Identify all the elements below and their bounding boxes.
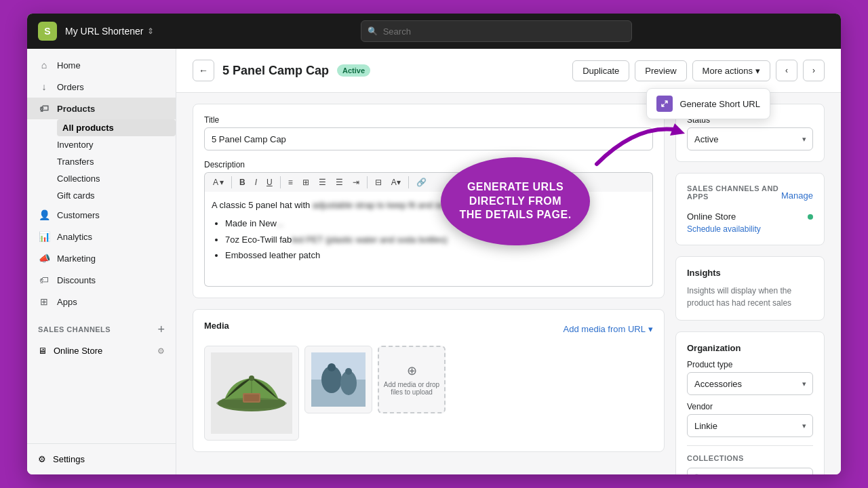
title-card: Title Description A ▾ B I U — [193, 104, 665, 298]
sidebar-item-home[interactable]: ⌂ Home — [27, 54, 176, 76]
manage-link[interactable]: Manage — [781, 190, 813, 201]
sidebar-sub-inventory[interactable]: Inventory — [57, 136, 176, 153]
link-tool-button[interactable]: 🔗 — [412, 176, 431, 189]
align-left-button[interactable]: ⊞ — [298, 176, 313, 189]
more-actions-dropdown: Generate Short URL — [646, 88, 770, 119]
media-header: Media Add media from URL ▾ — [204, 321, 653, 338]
align-center-button[interactable]: ☰ — [315, 176, 330, 189]
back-button[interactable]: ← — [193, 60, 214, 81]
media-item-thumb1[interactable] — [304, 346, 372, 413]
nav-prev-button[interactable]: ‹ — [776, 60, 797, 81]
home-icon: ⌂ — [38, 59, 50, 71]
sidebar-item-online-store[interactable]: 🖥 Online Store ⚙ — [27, 341, 176, 361]
svg-rect-5 — [244, 394, 259, 401]
product-header: ← 5 Panel Camp Cap Active Duplicate Prev… — [176, 49, 841, 93]
sidebar-item-analytics[interactable]: 📊 Analytics — [27, 226, 176, 247]
add-media-chevron-icon: ▾ — [648, 324, 653, 334]
svg-point-12 — [345, 368, 352, 375]
toolbar-sep-3 — [367, 176, 368, 188]
preview-button[interactable]: Preview — [635, 60, 686, 81]
sidebar-main-nav: ⌂ Home ↓ Orders 🏷 Products All products … — [27, 49, 176, 318]
sidebar-item-discounts[interactable]: 🏷 Discounts — [27, 269, 176, 291]
side-column: Status Active ▾ SALES CHANNELS AND APPS — [675, 104, 825, 474]
insights-text: Insights will display when the product h… — [687, 285, 813, 309]
schedule-availability-link[interactable]: Schedule availability — [687, 224, 813, 234]
media-upload-zone[interactable]: ⊕ Add media or drop files to upload — [378, 346, 446, 413]
svg-point-11 — [328, 363, 336, 371]
align2-button[interactable]: ⊟ — [371, 176, 386, 189]
marketing-icon: 📣 — [38, 252, 50, 264]
more-actions-button[interactable]: More actions ▾ — [692, 60, 770, 81]
organization-card: Organization Product type Accessories ▾ … — [675, 331, 825, 474]
vendor-select-wrap: Linkie ▾ — [687, 414, 813, 437]
sidebar: ⌂ Home ↓ Orders 🏷 Products All products … — [27, 49, 176, 474]
main-column: Title Description A ▾ B I U — [193, 104, 665, 474]
generate-url-icon — [656, 96, 673, 112]
customers-icon: 👤 — [38, 209, 50, 221]
status-select-wrap: Active ▾ — [687, 127, 813, 150]
font-tool-button[interactable]: A ▾ — [209, 176, 228, 189]
topbar: S My URL Shortener ⇕ 🔍 — [27, 14, 841, 49]
product-title: 5 Panel Camp Cap — [222, 64, 329, 78]
rich-text-toolbar: A ▾ B I U ≡ ⊞ ☰ ☰ ⇥ — [204, 172, 653, 192]
toolbar-sep-2 — [280, 176, 281, 188]
store-name[interactable]: My URL Shortener ⇕ — [65, 26, 154, 37]
main-layout: ⌂ Home ↓ Orders 🏷 Products All products … — [27, 49, 841, 474]
product-title-area: ← 5 Panel Camp Cap Active — [193, 60, 370, 81]
sidebar-item-marketing[interactable]: 📣 Marketing — [27, 247, 176, 269]
media-title: Media — [204, 321, 229, 331]
collections-section-title: COLLECTIONS — [687, 454, 813, 462]
sidebar-sub-all-products[interactable]: All products — [57, 119, 176, 136]
search-input[interactable] — [361, 20, 632, 42]
title-input[interactable] — [204, 127, 653, 150]
status-badge: Active — [337, 64, 370, 77]
add-media-url-button[interactable]: Add media from URL ▾ — [564, 324, 653, 334]
product-type-label: Product type — [687, 360, 813, 369]
media-grid: ⊕ Add media or drop files to upload — [204, 346, 653, 441]
sales-channels-section-title: SALES CHANNELS AND APPS — [687, 184, 781, 201]
product-image-thumb1 — [311, 352, 366, 407]
online-store-name: Online Store — [687, 211, 736, 222]
sales-channels-header: SALES CHANNELS + — [27, 318, 176, 341]
product-type-select[interactable]: Accessories — [687, 372, 813, 395]
toolbar-sep-1 — [231, 176, 232, 188]
indent-tool-button[interactable]: ⇥ — [349, 176, 363, 189]
italic-tool-button[interactable]: I — [251, 176, 261, 189]
online-store-left: 🖥 Online Store — [38, 346, 102, 356]
list-tool-button[interactable]: ≡ — [284, 176, 297, 189]
title-label: Title — [204, 115, 653, 125]
duplicate-button[interactable]: Duplicate — [572, 60, 629, 81]
underline-tool-button[interactable]: U — [262, 176, 277, 189]
description-label: Description — [204, 160, 653, 169]
media-card: Media Add media from URL ▾ — [193, 309, 665, 452]
generate-short-url-item[interactable]: Generate Short URL — [647, 89, 770, 119]
nav-next-button[interactable]: › — [803, 60, 825, 81]
indent2-button[interactable]: A▾ — [387, 176, 405, 189]
sidebar-item-orders[interactable]: ↓ Orders — [27, 76, 176, 98]
online-store-row: Online Store — [687, 211, 813, 222]
description-textarea[interactable]: A classic 5 panel hat with adjustable st… — [204, 192, 653, 287]
bold-tool-button[interactable]: B — [235, 176, 250, 189]
sidebar-sub-collections[interactable]: Collections — [57, 170, 176, 187]
upload-label: Add media or drop files to upload — [379, 381, 444, 396]
align-right-button[interactable]: ☰ — [332, 176, 347, 189]
sidebar-item-apps[interactable]: ⊞ Apps — [27, 291, 176, 312]
content-area: ← 5 Panel Camp Cap Active Duplicate Prev… — [176, 49, 841, 474]
add-sales-channel-button[interactable]: + — [157, 323, 165, 336]
search-bar[interactable]: 🔍 — [361, 20, 632, 42]
description-content: A classic 5 panel hat with adjustable st… — [212, 199, 646, 263]
collections-search-wrap: 🔍 — [687, 468, 813, 474]
sidebar-item-customers[interactable]: 👤 Customers — [27, 204, 176, 226]
store-chevron-icon: ⇕ — [147, 26, 154, 36]
vendor-select[interactable]: Linkie — [687, 414, 813, 437]
organization-title: Organization — [687, 343, 813, 353]
insights-card: Insights Insights will display when the … — [675, 256, 825, 321]
collections-search-input[interactable] — [687, 468, 813, 474]
status-select[interactable]: Active — [687, 127, 813, 150]
media-item-main[interactable] — [204, 346, 299, 441]
sidebar-item-products[interactable]: 🏷 Products — [27, 98, 176, 119]
sidebar-sub-gift-cards[interactable]: Gift cards — [57, 187, 176, 204]
sidebar-sub-transfers[interactable]: Transfers — [57, 153, 176, 170]
online-store-icon: 🖥 — [38, 346, 47, 356]
sidebar-item-settings[interactable]: ⚙ Settings — [27, 449, 176, 469]
